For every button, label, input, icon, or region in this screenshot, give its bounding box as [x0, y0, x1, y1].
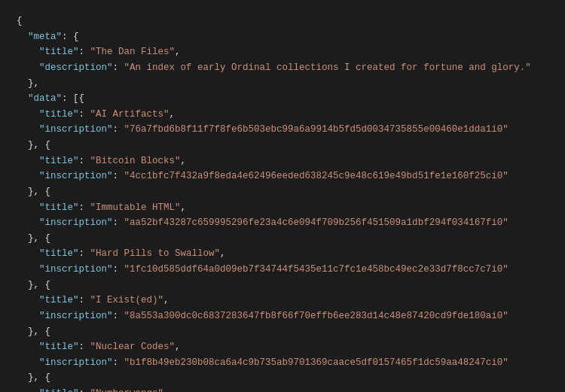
code-viewer: { "meta": { "title": "The Dan Files", "d…: [0, 0, 565, 392]
json-content: { "meta": { "title": "The Dan Files", "d…: [17, 14, 548, 392]
